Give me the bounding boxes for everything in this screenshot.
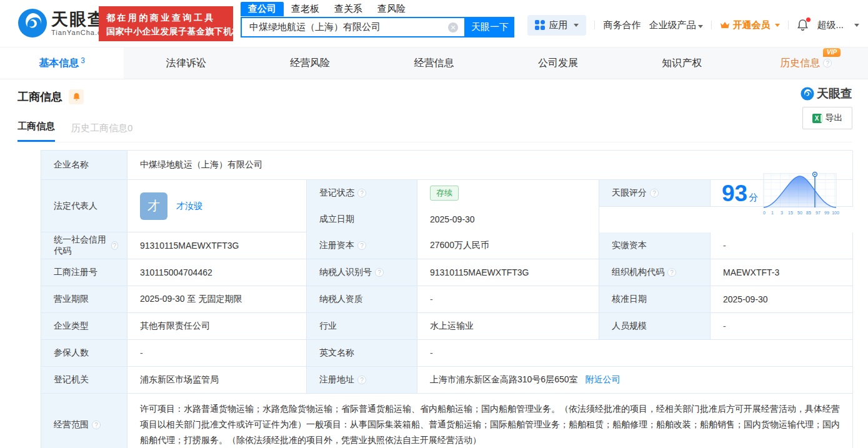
notification-bell[interactable] bbox=[797, 19, 809, 31]
tab-history-info[interactable]: 历史信息 VIP bbox=[744, 47, 868, 79]
row-legal-status-score: 法定代表人 才 才汝骏 登记状态 存续 成立日期 2025-09-30 天眼评分… bbox=[41, 180, 852, 232]
value-tianyan-score: 93 分 bbox=[711, 180, 853, 207]
search-tab-relation[interactable]: 查关系 bbox=[327, 2, 370, 16]
subtab-business-info[interactable]: 工商信息 bbox=[17, 121, 55, 142]
row-authority: 登记机关 浦东新区市场监管局 注册地址 上海市浦东新区金高路310号6层650室… bbox=[41, 367, 852, 394]
value-approval-date: 2025-09-30 bbox=[711, 286, 853, 313]
nav-enterprise-product[interactable]: 企业级产品 bbox=[649, 19, 703, 31]
tab-operation-info[interactable]: 经营信息 bbox=[372, 47, 496, 79]
caret-down-icon bbox=[698, 25, 703, 28]
value-org-code: MAEWXTFT-3 bbox=[711, 259, 853, 286]
svg-text:0: 0 bbox=[763, 211, 766, 215]
row-business-scope: 经营范围 许可项目：水路普通货物运输；水路危险货物运输；省际普通货船运输、省内船… bbox=[41, 394, 852, 448]
label-registration-authority: 登记机关 bbox=[41, 367, 127, 394]
search-tab-boss[interactable]: 查老板 bbox=[284, 2, 327, 16]
svg-text:3: 3 bbox=[781, 211, 783, 215]
label-industry: 行业 bbox=[307, 313, 417, 340]
nav-business-coop[interactable]: 商务合作 bbox=[603, 19, 641, 31]
label-business-term: 营业期限 bbox=[41, 286, 127, 313]
label-taxpayer-id: 纳税人识别号 bbox=[307, 259, 417, 286]
label-approval-date: 核准日期 bbox=[599, 286, 711, 313]
help-icon[interactable] bbox=[375, 268, 384, 277]
label-company-type: 企业类型 bbox=[41, 313, 127, 340]
search-input[interactable] bbox=[242, 18, 464, 36]
tab-company-dev[interactable]: 公司发展 bbox=[496, 47, 620, 79]
svg-text:97: 97 bbox=[816, 211, 821, 215]
svg-text:15: 15 bbox=[788, 211, 793, 215]
export-button[interactable]: X 导出 bbox=[802, 107, 852, 129]
search-clear-icon[interactable]: ✕ bbox=[448, 22, 458, 32]
monitor-bell-button[interactable] bbox=[69, 89, 84, 104]
value-insured-count: - bbox=[127, 340, 307, 367]
help-icon[interactable] bbox=[92, 421, 101, 429]
label-established-date: 成立日期 bbox=[307, 206, 417, 233]
crown-icon bbox=[720, 21, 730, 29]
help-icon[interactable] bbox=[357, 241, 366, 250]
svg-text:99: 99 bbox=[824, 211, 829, 215]
business-info-section: 工商信息 天眼查 工商信息 历史工商信息0 X 导出 企业名称 中煤绿地航运（上… bbox=[0, 79, 868, 448]
tab-basic-count: 3 bbox=[81, 56, 85, 65]
value-registration-authority: 浦东新区市场监管局 bbox=[127, 367, 307, 394]
tab-legal[interactable]: 法律诉讼 bbox=[124, 47, 247, 79]
score-chart: 0 1 3 15 50 85 97 99 100 bbox=[762, 169, 839, 217]
nav-super-vip[interactable]: 超级... bbox=[817, 19, 844, 31]
nav-open-vip[interactable]: 开通会员 bbox=[720, 19, 780, 31]
section-title: 工商信息 bbox=[17, 89, 62, 104]
value-english-name: - bbox=[417, 340, 853, 367]
value-business-term: 2025-09-30 至 无固定期限 bbox=[127, 286, 307, 313]
value-business-scope: 许可项目：水路普通货物运输；水路危险货物运输；省际普通货船运输、省内船舶运输；国… bbox=[127, 394, 853, 448]
help-icon[interactable] bbox=[823, 59, 832, 67]
svg-text:85: 85 bbox=[806, 211, 811, 215]
value-paid-capital: - bbox=[711, 232, 853, 259]
company-tabbar: 基本信息 3 法律诉讼 经营风险 经营信息 公司发展 知识产权 历史信息 VIP bbox=[0, 47, 868, 79]
svg-text:1: 1 bbox=[771, 211, 774, 215]
help-icon[interactable] bbox=[650, 189, 659, 197]
label-uscc: 统一社会信用代码 bbox=[41, 232, 127, 259]
tab-basic-info[interactable]: 基本信息 3 bbox=[0, 47, 124, 79]
legal-rep-avatar[interactable]: 才 bbox=[140, 192, 167, 220]
tianyancha-logo-icon bbox=[17, 8, 47, 38]
value-reg-status: 存续 bbox=[417, 180, 599, 207]
nearby-companies-link[interactable]: 附近公司 bbox=[586, 374, 621, 386]
section-bell-icon bbox=[72, 92, 81, 101]
brand-slogan: 都在用的商业查询工具 国家中小企业发展子基金旗下机构 bbox=[99, 6, 233, 41]
row-term: 营业期限 2025-09-30 至 无固定期限 纳税人资质 - 核准日期 202… bbox=[41, 286, 852, 313]
help-icon[interactable] bbox=[357, 376, 366, 384]
search-tab-risk[interactable]: 查风险 bbox=[370, 2, 413, 16]
label-business-scope: 经营范围 bbox=[41, 394, 127, 448]
label-legal-rep: 法定代表人 bbox=[41, 180, 127, 232]
row-company-name: 企业名称 中煤绿地航运（上海）有限公司 bbox=[41, 151, 852, 180]
search-tab-company[interactable]: 查公司 bbox=[241, 2, 284, 16]
caret-down-icon bbox=[775, 24, 780, 27]
label-english-name: 英文名称 bbox=[307, 340, 417, 367]
caret-down-icon bbox=[854, 24, 859, 27]
label-insured-count: 参保人数 bbox=[41, 340, 127, 367]
tianyancha-logo[interactable]: 天眼查 TianYanCha.com bbox=[17, 8, 112, 38]
tab-operation-risk[interactable]: 经营风险 bbox=[248, 47, 372, 79]
value-uscc: 91310115MAEWXTFT3G bbox=[127, 232, 307, 259]
apps-menu[interactable]: 应用 bbox=[527, 15, 586, 36]
value-staff-size: - bbox=[711, 313, 853, 340]
caret-down-icon bbox=[574, 24, 579, 27]
label-registered-address: 注册地址 bbox=[307, 367, 417, 394]
watermark-logo-icon bbox=[801, 87, 814, 101]
label-tianyan-score: 天眼评分 bbox=[599, 180, 711, 207]
value-industry: 水上运输业 bbox=[417, 313, 599, 340]
label-staff-size: 人员规模 bbox=[599, 313, 711, 340]
help-icon[interactable] bbox=[111, 241, 118, 250]
value-taxpayer-id: 91310115MAEWXTFT3G bbox=[417, 259, 599, 286]
subtab-history-info[interactable]: 历史工商信息0 bbox=[71, 122, 132, 142]
legal-rep-link[interactable]: 才汝骏 bbox=[176, 201, 202, 212]
business-info-table: 企业名称 中煤绿地航运（上海）有限公司 法定代表人 才 才汝骏 登记状态 存续 … bbox=[41, 150, 852, 448]
help-icon[interactable] bbox=[667, 268, 676, 277]
label-reg-capital: 注册资本 bbox=[307, 232, 417, 259]
svg-text:50: 50 bbox=[797, 211, 802, 215]
score-number: 93 bbox=[722, 182, 747, 205]
top-navigation: 应用 商务合作 企业级产品 开通会员 超级... bbox=[527, 14, 859, 36]
excel-icon: X bbox=[812, 114, 822, 123]
tab-ip[interactable]: 知识产权 bbox=[620, 47, 744, 79]
search-button[interactable]: 天眼一下 bbox=[466, 17, 514, 37]
value-reg-capital: 27600万人民币 bbox=[417, 232, 599, 259]
value-taxpayer-quality: - bbox=[417, 286, 599, 313]
help-icon[interactable] bbox=[357, 189, 366, 197]
